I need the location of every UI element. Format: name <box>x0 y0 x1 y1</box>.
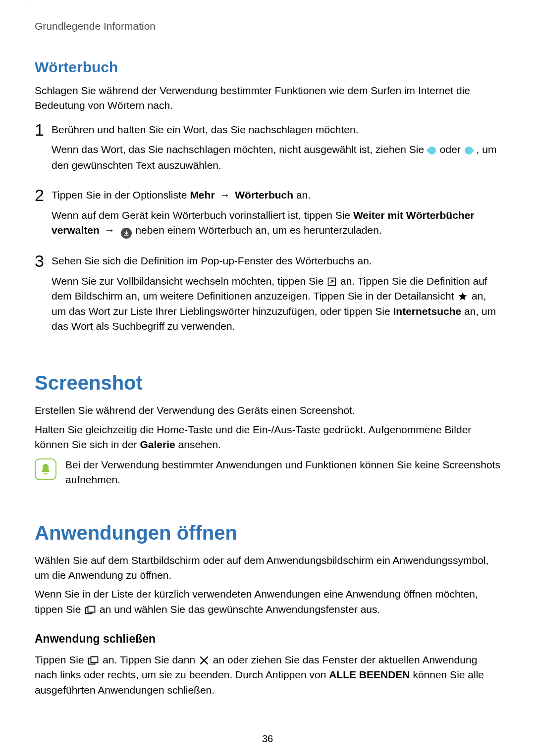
bold-text: Wörterbuch <box>235 189 293 201</box>
selection-handle-right-icon <box>465 143 473 157</box>
text: Wenn auf dem Gerät kein Wörterbuch vorin… <box>52 209 353 221</box>
text: Tippen Sie <box>35 654 87 665</box>
text: Wenn Sie zur Vollbildansicht wechseln mö… <box>52 275 326 287</box>
note-icon <box>35 458 56 480</box>
close-icon <box>199 655 209 665</box>
heading-screenshot: Screenshot <box>35 368 500 397</box>
screenshot-p2: Halten Sie gleichzeitig die Home-Taste u… <box>35 422 500 453</box>
breadcrumb: Grundlegende Information <box>35 19 500 34</box>
dict-intro: Schlagen Sie während der Verwendung best… <box>35 83 500 113</box>
svg-rect-4 <box>91 656 98 662</box>
bold-text: ALLE BEENDEN <box>329 669 410 680</box>
step-3-lead: Sehen Sie sich die Definition im Pop-up-… <box>52 255 372 266</box>
step-2: 2 Tippen Sie in der Optionsliste Mehr → … <box>35 188 500 243</box>
apps-p3: Tippen Sie an. Tippen Sie dann an oder z… <box>35 653 500 698</box>
text: an und wählen Sie das gewünschte Anwendu… <box>100 604 380 615</box>
step-1-sub: Wenn das Wort, das Sie nachschlagen möch… <box>52 142 500 173</box>
step-number: 3 <box>35 252 52 269</box>
step-3-sub: Wenn Sie zur Vollbildansicht wechseln mö… <box>52 274 500 334</box>
page-number: 36 <box>0 732 535 746</box>
text: Tippen Sie in der Optionsliste <box>52 189 190 201</box>
screenshot-p1: Erstellen Sie während der Verwendung des… <box>35 403 500 418</box>
recent-apps-icon <box>88 656 99 665</box>
step-1: 1 Berühren und halten Sie ein Wort, das … <box>35 122 500 177</box>
apps-p2: Wenn Sie in der Liste der kürzlich verwe… <box>35 587 500 617</box>
step-2-lead: Tippen Sie in der Optionsliste Mehr → Wö… <box>52 189 311 201</box>
step-1-lead: Berühren und halten Sie ein Wort, das Si… <box>52 124 359 135</box>
heading-apps: Anwendungen öffnen <box>35 518 500 547</box>
bold-text: Galerie <box>140 439 175 450</box>
hairline-decoration <box>25 0 25 14</box>
heading-close-app: Anwendung schließen <box>35 631 500 647</box>
text: Halten Sie gleichzeitig die Home-Taste u… <box>35 424 471 450</box>
text: an. Tippen Sie dann <box>103 654 198 665</box>
step-number: 1 <box>35 121 52 138</box>
download-icon <box>121 228 132 239</box>
note-text: Bei der Verwendung bestimmter Anwendunge… <box>65 457 500 488</box>
note-callout: Bei der Verwendung bestimmter Anwendunge… <box>35 457 500 488</box>
recent-apps-icon <box>85 605 96 614</box>
bold-text: Mehr <box>190 189 214 201</box>
manual-page: Grundlegende Information Wörterbuch Schl… <box>0 0 535 756</box>
fullscreen-icon <box>327 277 336 286</box>
text: an oder ziehen Sie das Fenster der aktue… <box>35 654 477 680</box>
text: an. <box>296 189 311 201</box>
text: neben einem Wörterbuch an, um es herunte… <box>135 224 381 236</box>
heading-worterbuch: Wörterbuch <box>35 56 500 78</box>
arrow-icon: → <box>217 189 232 201</box>
text: Wenn das Wort, das Sie nachschlagen möch… <box>52 144 427 155</box>
bold-text: Internetsuche <box>393 305 461 317</box>
text: oder <box>440 144 464 155</box>
star-icon <box>458 292 468 302</box>
apps-p1: Wählen Sie auf dem Startbildschirm oder … <box>35 553 500 583</box>
text: ansehen. <box>175 439 221 450</box>
svg-rect-2 <box>88 606 95 612</box>
selection-handle-left-icon <box>428 143 436 157</box>
step-3: 3 Sehen Sie sich die Definition im Pop-u… <box>35 253 500 338</box>
step-list: 1 Berühren und halten Sie ein Wort, das … <box>35 122 500 338</box>
step-number: 2 <box>35 187 52 203</box>
arrow-icon: → <box>103 224 117 236</box>
step-2-sub: Wenn auf dem Gerät kein Wörterbuch vorin… <box>52 208 500 239</box>
